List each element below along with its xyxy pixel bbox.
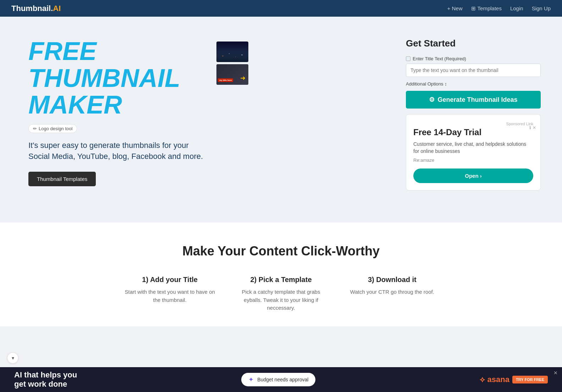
preview-thumb-city <box>216 42 248 62</box>
additional-options[interactable]: Additional Options ↕ <box>406 81 541 87</box>
get-started-title: Get Started <box>406 38 541 49</box>
step-2-desc: Pick a catchy template that grabs eyball… <box>232 288 329 312</box>
title-form-group: Enter Title Text (Required) <box>406 56 541 77</box>
thumb-arrow-icon: ➜ <box>240 74 246 82</box>
hero-subtitle: It's super easy to generate thumbnails f… <box>28 140 209 162</box>
hero-title: FREE THUMBNAIL MAKER <box>28 38 209 118</box>
tag-icon: ✏ <box>33 126 37 131</box>
thumbnail-templates-button[interactable]: Thumbnail Templates <box>28 172 96 186</box>
ad-desc: Customer service, live chat, and helpdes… <box>413 141 533 155</box>
navbar: Thumbnail.AI + New ⊞ Templates Login Sig… <box>0 0 562 17</box>
title-checkbox[interactable] <box>406 56 411 61</box>
ad-controls: ℹ ✕ <box>529 125 536 130</box>
ad-brand: Re:amaze <box>413 158 533 163</box>
step-3: 3) Download it Watch your CTR go throug … <box>344 276 441 312</box>
generate-icon: ⚙ <box>429 96 435 104</box>
step-3-title: 3) Download it <box>344 276 441 284</box>
ad-info-icon[interactable]: ℹ <box>529 125 531 130</box>
hero-right: Get Started Enter Title Text (Required) … <box>406 38 541 191</box>
sponsored-label: Sponsored Link <box>413 122 533 126</box>
preview-thumbnails: my title here ➜ <box>216 42 248 85</box>
nav-right: + New ⊞ Templates Login Sign Up <box>447 5 551 12</box>
thumb-red-bar-text: my title here <box>218 78 233 82</box>
ad-card: Sponsored Link ℹ ✕ Free 14-Day Trial Cus… <box>406 114 541 191</box>
ad-close-icon[interactable]: ✕ <box>533 125 536 130</box>
steps-section: Make Your Content Click-Worthy 1) Add yo… <box>0 222 562 326</box>
title-input[interactable] <box>406 64 541 77</box>
logo-design-tag[interactable]: ✏ Logo design tool <box>28 124 77 133</box>
nav-templates-link[interactable]: ⊞ Templates <box>471 5 502 12</box>
steps-grid: 1) Add your Title Start with the text yo… <box>121 276 441 312</box>
templates-icon: ⊞ <box>471 5 476 12</box>
hero-left: FREE THUMBNAIL MAKER ✏ Logo design tool … <box>28 38 248 186</box>
step-2: 2) Pick a Template Pick a catchy templat… <box>232 276 329 312</box>
title-label: Enter Title Text (Required) <box>413 56 466 61</box>
ad-open-button[interactable]: Open › <box>413 169 533 183</box>
nav-signup-link[interactable]: Sign Up <box>532 5 551 11</box>
step-1: 1) Add your Title Start with the text yo… <box>121 276 218 312</box>
logo[interactable]: Thumbnail.AI <box>11 4 61 13</box>
nav-new-link[interactable]: + New <box>447 5 463 11</box>
step-1-desc: Start with the text you want to have on … <box>121 288 218 304</box>
logo-ai: AI <box>53 4 61 13</box>
step-1-title: 1) Add your Title <box>121 276 218 284</box>
ad-title: Free 14-Day Trial <box>413 127 533 137</box>
steps-title: Make Your Content Click-Worthy <box>28 244 534 259</box>
preview-thumb-person: my title here ➜ <box>216 64 248 85</box>
logo-thumbnail: Thumbnail. <box>11 4 53 13</box>
generate-button[interactable]: ⚙ Generate Thumbnail Ideas <box>406 91 541 109</box>
hero-section: FREE THUMBNAIL MAKER ✏ Logo design tool … <box>0 17 562 222</box>
nav-login-link[interactable]: Login <box>510 5 523 11</box>
step-3-desc: Watch your CTR go throug the roof. <box>344 288 441 296</box>
step-2-title: 2) Pick a Template <box>232 276 329 284</box>
